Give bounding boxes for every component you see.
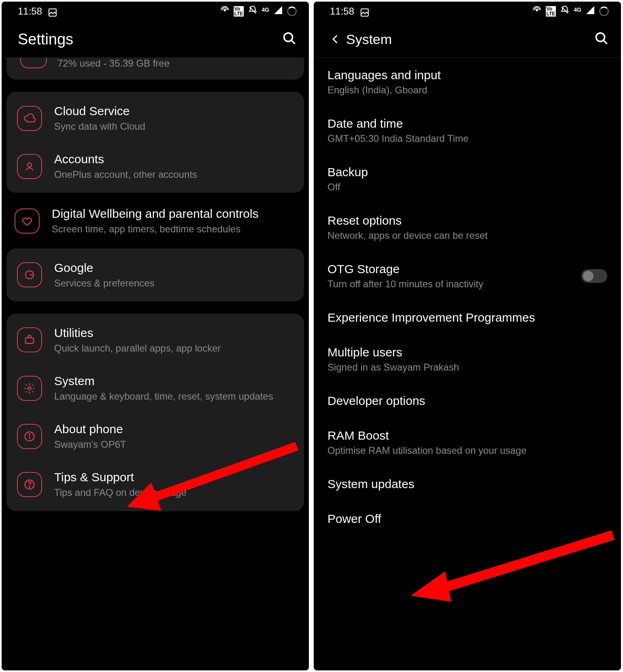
loading-icon: [287, 6, 297, 16]
row-wellbeing[interactable]: Digital Wellbeing and parental controls …: [6, 197, 304, 245]
settings-group-system: Utilities Quick launch, parallel apps, a…: [6, 314, 304, 511]
svg-line-16: [604, 40, 607, 44]
row-label: System: [54, 374, 294, 388]
gear-icon: [17, 376, 42, 401]
search-button[interactable]: [282, 31, 297, 47]
mute-icon: [560, 5, 570, 17]
row-system[interactable]: System Language & keyboard, time, reset,…: [6, 364, 304, 412]
row-label: System updates: [327, 477, 607, 491]
status-time: 11:58: [18, 6, 42, 17]
page-title: Settings: [18, 31, 282, 48]
row-accounts[interactable]: Accounts OnePlus account, other accounts: [6, 142, 304, 190]
network-label: 4G: [574, 6, 581, 13]
svg-point-14: [536, 9, 538, 11]
row-power-off[interactable]: Power Off: [314, 501, 621, 536]
person-icon: [17, 154, 42, 179]
volte-icon: VoLTE: [546, 6, 556, 17]
row-sub: English (India), Gboard: [327, 84, 607, 96]
back-button[interactable]: [330, 34, 346, 45]
row-sub: OnePlus account, other accounts: [54, 168, 294, 181]
row-reset-options[interactable]: Reset options Network, apps or device ca…: [314, 203, 621, 252]
search-button[interactable]: [594, 31, 609, 47]
row-backup[interactable]: Backup Off: [314, 155, 621, 203]
row-multiple-users[interactable]: Multiple users Signed in as Swayam Praka…: [314, 335, 621, 383]
row-ram-boost[interactable]: RAM Boost Optimise RAM utilisation based…: [314, 418, 621, 467]
question-icon: [17, 472, 42, 497]
volte-icon: VoLTE: [234, 6, 244, 17]
signal-icon: [273, 5, 283, 17]
system-list: Languages and input English (India), Gbo…: [314, 58, 621, 670]
settings-list: 72% used - 35.39 GB free Cloud Service S…: [2, 58, 309, 670]
briefcase-icon: [17, 327, 42, 352]
phone-left: 11:58 VoLTE 4G Settings 72% used - 35.39…: [2, 2, 309, 670]
storage-summary[interactable]: 72% used - 35.39 GB free: [6, 58, 304, 77]
google-icon: [17, 262, 42, 287]
network-label: 4G: [262, 6, 269, 13]
row-sub: Optimise RAM utilisation based on your u…: [327, 445, 607, 456]
picture-icon: [48, 8, 55, 15]
svg-line-3: [291, 40, 295, 44]
status-bar: 11:58 VoLTE 4G: [2, 2, 309, 21]
row-sub: Network, apps or device can be reset: [327, 230, 607, 241]
row-sub: Quick launch, parallel apps, app locker: [54, 342, 294, 354]
page-title: System: [346, 32, 594, 47]
row-sub: GMT+05:30 India Standard Time: [327, 133, 607, 144]
svg-rect-6: [25, 338, 34, 343]
row-utilities[interactable]: Utilities Quick launch, parallel apps, a…: [6, 316, 304, 364]
row-sub: Language & keyboard, time, reset, system…: [54, 390, 294, 402]
row-system-updates[interactable]: System updates: [314, 467, 621, 501]
row-label: Experience Improvement Programmes: [327, 311, 607, 324]
row-developer-options[interactable]: Developer options: [314, 383, 621, 418]
row-google[interactable]: Google Services & preferences: [6, 251, 304, 299]
row-label: Digital Wellbeing and parental controls: [52, 206, 294, 221]
row-date-time[interactable]: Date and time GMT+05:30 India Standard T…: [314, 106, 621, 155]
row-label: Languages and input: [327, 68, 607, 82]
row-languages-input[interactable]: Languages and input English (India), Gbo…: [314, 58, 621, 106]
row-label: Power Off: [327, 512, 607, 526]
page-header: Settings: [2, 21, 309, 57]
info-icon: [17, 424, 42, 449]
svg-point-10: [29, 434, 30, 435]
otg-toggle[interactable]: [581, 269, 607, 283]
row-sub: Tips and FAQ on device usage: [54, 486, 294, 499]
picture-icon: [360, 8, 367, 15]
phone-right: 11:58 VoLTE 4G System Languages and inpu…: [314, 2, 621, 670]
row-label: Backup: [327, 165, 607, 179]
row-tips-support[interactable]: Tips & Support Tips and FAQ on device us…: [6, 460, 304, 508]
row-sub: Turn off after 10 minutes of inactivity: [327, 278, 607, 290]
storage-card-partial: 72% used - 35.39 GB free: [6, 58, 304, 80]
svg-point-2: [284, 33, 293, 42]
row-label: Developer options: [327, 394, 607, 408]
row-label: Date and time: [327, 117, 607, 131]
mute-icon: [248, 5, 258, 17]
row-sub: Off: [327, 181, 607, 193]
row-label: Accounts: [54, 152, 294, 166]
svg-point-15: [596, 33, 605, 42]
row-sub: Services & preferences: [54, 277, 294, 289]
row-label: Tips & Support: [54, 470, 294, 485]
svg-point-1: [224, 9, 226, 11]
row-label: Cloud Service: [54, 104, 294, 118]
row-label: Google: [54, 261, 294, 275]
svg-point-7: [28, 387, 31, 390]
hotspot-icon: [220, 5, 230, 17]
svg-point-4: [27, 163, 32, 167]
row-label: About phone: [54, 422, 294, 436]
row-about-phone[interactable]: About phone Swayam's OP6T: [6, 412, 304, 460]
row-sub: Swayam's OP6T: [54, 438, 294, 451]
cloud-icon: [17, 106, 42, 131]
settings-group-google: Google Services & preferences: [6, 249, 304, 301]
row-label: RAM Boost: [327, 429, 607, 442]
status-bar: 11:58 VoLTE 4G: [314, 2, 621, 21]
heart-icon: [15, 209, 40, 234]
row-otg-storage[interactable]: OTG Storage Turn off after 10 minutes of…: [314, 252, 621, 300]
row-cloud-service[interactable]: Cloud Service Sync data with Cloud: [6, 94, 304, 142]
row-label: Multiple users: [327, 345, 607, 359]
row-sub: Sync data with Cloud: [54, 120, 294, 133]
status-time: 11:58: [330, 6, 354, 17]
row-experience-improvement[interactable]: Experience Improvement Programmes: [314, 300, 621, 335]
hotspot-icon: [532, 5, 542, 17]
page-header: System: [314, 21, 621, 57]
row-label: OTG Storage: [327, 262, 607, 276]
row-sub: Screen time, app timers, bedtime schedul…: [52, 223, 294, 235]
